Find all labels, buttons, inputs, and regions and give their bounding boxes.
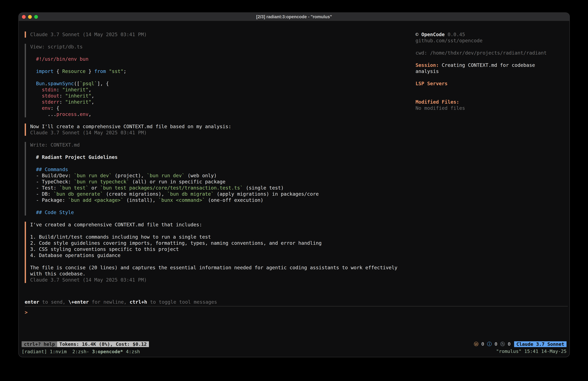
text-line <box>30 50 416 56</box>
text-line: Modified Files: <box>416 99 563 105</box>
model-badge: Claude 3.7 Sonnet <box>514 341 567 347</box>
chat-scrollback: Claude 3.7 Sonnet (14 May 2025 03:41 PM)… <box>19 21 416 299</box>
minimize-button[interactable] <box>28 15 32 19</box>
text-line <box>30 228 416 234</box>
prompt-symbol: > <box>25 310 28 315</box>
text-line: enter to send, \+enter for newline, ctrl… <box>25 299 569 305</box>
help-shortcut-badge: ctrl+? help <box>22 341 57 347</box>
session-sidebar: © OpenCode 0.0.45github.com/sst/opencode… <box>416 21 569 299</box>
text-line <box>416 56 563 62</box>
text-line <box>416 44 563 50</box>
text-line: #!/usr/bin/env bun <box>30 56 416 62</box>
window-title: [2/3] radiant:3:opencode - "romulus" <box>19 14 569 19</box>
message-tool-view: View: script/db.ts #!/usr/bin/env bun im… <box>25 44 416 117</box>
text-line: stdout: "inherit", <box>30 93 416 99</box>
text-line <box>30 160 416 166</box>
text-line: © OpenCode 0.0.45 <box>416 31 563 38</box>
warning-count: Ⓦ 0 <box>474 341 484 347</box>
text-line: 2. Code style guidelines covering import… <box>30 240 416 246</box>
text-line: The file is concise (20 lines) and captu… <box>30 265 416 271</box>
tokens-cost-badge: Tokens: 16.4K (8%), Cost: $0.12 <box>57 341 149 347</box>
tmux-session-info: "romulus" 15:41 14-May-25 <box>496 349 567 354</box>
text-line <box>30 203 416 209</box>
text-line <box>416 93 563 99</box>
text-line: github.com/sst/opencode <box>416 38 563 44</box>
text-line: ...process.env, <box>30 111 416 117</box>
text-line: stderr: "inherit", <box>30 99 416 105</box>
text-line: View: script/db.ts <box>30 44 416 50</box>
warning-icon: Ⓦ <box>474 341 479 347</box>
text-line <box>416 87 563 93</box>
text-line: Write: CONTEXT.md <box>30 142 416 148</box>
text-line: Now I'll create a comprehensive CONTEXT.… <box>30 124 416 130</box>
text-line: [radiant] 1:nvim 2:zsh- 3:opencode* 4:zs… <box>22 349 140 355</box>
text-line <box>30 62 416 68</box>
text-line <box>30 74 416 81</box>
text-line: analysis <box>416 68 563 74</box>
text-line: ## Commands <box>30 166 416 173</box>
tmux-status-bar: [radiant] 1:nvim 2:zsh- 3:opencode* 4:zs… <box>19 348 569 357</box>
text-line: 4. Database operations guidance <box>30 252 416 258</box>
text-line: Session: Creating CONTEXT.md for codebas… <box>416 62 563 68</box>
text-line: Bun.spawnSync([`psql`], { <box>30 81 416 87</box>
message-tool-write: Write: CONTEXT.md # Radiant Project Guid… <box>25 142 416 216</box>
text-line: Claude 3.7 Sonnet (14 May 2025 03:41 PM) <box>30 277 416 283</box>
text-line: - Build/Dev: `bun run dev` (project), `b… <box>30 173 416 179</box>
terminal-window: [2/3] radiant:3:opencode - "romulus" Cla… <box>18 12 570 357</box>
tmux-windows[interactable]: [radiant] 1:nvim 2:zsh- 3:opencode* 4:zs… <box>22 349 140 355</box>
prompt-input[interactable]: > <box>19 307 569 340</box>
text-line: I've created a comprehensive CONTEXT.md … <box>30 222 416 228</box>
text-line: - DB: `bun db generate` (create migratio… <box>30 191 416 197</box>
text-line: import { Resource } from "sst"; <box>30 68 416 74</box>
text-line: - TypeCheck: `bun run typecheck` (all) o… <box>30 179 416 185</box>
text-line <box>30 258 416 265</box>
input-divider <box>25 306 568 306</box>
hint-icon: ⓗ <box>500 341 505 347</box>
traffic-lights <box>22 15 38 19</box>
titlebar[interactable]: [2/3] radiant:3:opencode - "romulus" <box>19 13 569 21</box>
text-line: - Package: `bun add <package>` (install)… <box>30 197 416 203</box>
text-line: - Test: `bun test` or `bun test packages… <box>30 185 416 191</box>
text-line: Claude 3.7 Sonnet (14 May 2025 03:41 PM) <box>30 130 416 136</box>
hint-count: ⓗ 0 <box>500 341 510 347</box>
text-line: cwd: /home/thdxr/dev/projects/radiant/ra… <box>416 50 563 56</box>
text-line: stdin: "inherit", <box>30 87 416 93</box>
text-line: # Radiant Project Guidelines <box>30 154 416 160</box>
message-assistant-response: I've created a comprehensive CONTEXT.md … <box>25 222 416 283</box>
close-button[interactable] <box>22 15 26 19</box>
text-line: LSP Servers <box>416 81 563 87</box>
text-line: 1. Build/lint/test commands including ho… <box>30 234 416 240</box>
text-line: Claude 3.7 Sonnet (14 May 2025 03:41 PM) <box>30 31 416 38</box>
sidebar-lines: © OpenCode 0.0.45github.com/sst/opencode… <box>416 31 563 111</box>
text-line: with this codebase. <box>30 271 416 277</box>
message-list: Claude 3.7 Sonnet (14 May 2025 03:41 PM)… <box>25 31 416 283</box>
text-line: No modified files <box>416 105 563 111</box>
message-assistant-text: Now I'll create a comprehensive CONTEXT.… <box>25 124 416 136</box>
info-count: ⓘ 0 <box>487 341 497 347</box>
text-line <box>30 148 416 154</box>
text-line: ## Code Style <box>30 209 416 216</box>
text-line: 3. CSS styling conventions specific to t… <box>30 246 416 252</box>
content-area: Claude 3.7 Sonnet (14 May 2025 03:41 PM)… <box>19 21 569 299</box>
text-line <box>416 74 563 81</box>
message-assistant-meta: Claude 3.7 Sonnet (14 May 2025 03:41 PM) <box>25 31 416 38</box>
status-bar: ctrl+? help Tokens: 16.4K (8%), Cost: $0… <box>19 340 569 348</box>
help-line: enter to send, \+enter for newline, ctrl… <box>19 299 569 305</box>
info-icon: ⓘ <box>487 341 492 347</box>
zoom-button[interactable] <box>34 15 38 19</box>
diagnostics: Ⓦ 0ⓘ 0ⓗ 0 <box>474 341 510 347</box>
text-line: env: { <box>30 105 416 111</box>
